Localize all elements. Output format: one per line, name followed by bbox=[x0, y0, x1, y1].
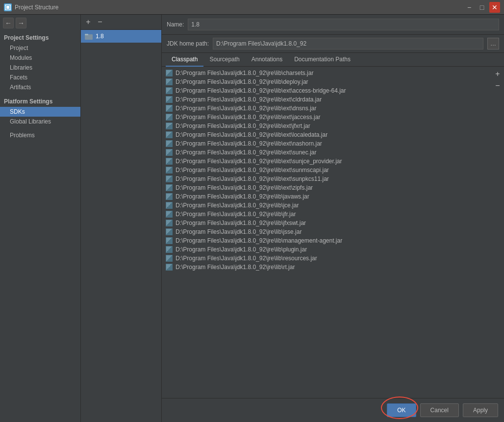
classpath-entry[interactable]: D:\Program Files\Java\jdk1.8.0_92\jre\li… bbox=[162, 130, 490, 139]
classpath-entry-path: D:\Program Files\Java\jdk1.8.0_92\jre\li… bbox=[176, 105, 316, 112]
sidebar-nav: ← → bbox=[0, 15, 80, 30]
platform-settings-label: Platform Settings bbox=[0, 96, 80, 107]
cancel-button[interactable]: Cancel bbox=[420, 403, 459, 417]
jar-icon bbox=[166, 70, 173, 76]
classpath-entry[interactable]: D:\Program Files\Java\jdk1.8.0_92\jre\li… bbox=[162, 122, 490, 130]
classpath-entry[interactable]: D:\Program Files\Java\jdk1.8.0_92\jre\li… bbox=[162, 104, 490, 113]
maximize-button[interactable]: □ bbox=[477, 2, 487, 13]
classpath-entry-path: D:\Program Files\Java\jdk1.8.0_92\jre\li… bbox=[176, 220, 306, 226]
name-input[interactable] bbox=[188, 19, 499, 30]
jar-icon bbox=[166, 131, 173, 138]
sidebar-item-modules[interactable]: Modules bbox=[0, 53, 80, 63]
jar-icon bbox=[166, 184, 173, 191]
classpath-entry-path: D:\Program Files\Java\jdk1.8.0_92\jre\li… bbox=[176, 167, 329, 174]
add-sdk-button[interactable]: + bbox=[83, 17, 94, 27]
window-title: Project Structure bbox=[15, 4, 58, 11]
right-panel: Name: JDK home path: … Classpath Sourcep… bbox=[162, 15, 504, 422]
sdk-item-1.8[interactable]: 1.8 bbox=[81, 30, 161, 43]
jar-icon bbox=[166, 237, 173, 244]
sidebar-item-problems[interactable]: Problems bbox=[0, 130, 80, 140]
jar-icon bbox=[166, 158, 173, 165]
sidebar: ← → Project Settings Project Modules Lib… bbox=[0, 15, 81, 422]
classpath-actions: + − bbox=[491, 67, 504, 93]
jar-icon bbox=[166, 140, 173, 147]
tab-documentation-paths[interactable]: Documentation Paths bbox=[288, 53, 356, 67]
classpath-entry-path: D:\Program Files\Java\jdk1.8.0_92\jre\li… bbox=[176, 140, 322, 147]
tab-annotations[interactable]: Annotations bbox=[246, 53, 288, 67]
jdk-path-input[interactable] bbox=[213, 38, 483, 50]
sidebar-item-libraries[interactable]: Libraries bbox=[0, 63, 80, 73]
classpath-entry-path: D:\Program Files\Java\jdk1.8.0_92\jre\li… bbox=[176, 193, 309, 200]
sidebar-item-sdks[interactable]: SDKs bbox=[0, 107, 80, 117]
main-container: ← → Project Settings Project Modules Lib… bbox=[0, 15, 504, 422]
classpath-entry[interactable]: D:\Program Files\Java\jdk1.8.0_92\jre\li… bbox=[162, 227, 490, 236]
classpath-entry[interactable]: D:\Program Files\Java\jdk1.8.0_92\jre\li… bbox=[162, 201, 490, 210]
jar-icon bbox=[166, 167, 173, 174]
bottom-bar: OK Cancel Apply bbox=[162, 398, 504, 422]
classpath-entry[interactable]: D:\Program Files\Java\jdk1.8.0_92\jre\li… bbox=[162, 139, 490, 148]
tab-classpath[interactable]: Classpath bbox=[166, 53, 203, 67]
jar-icon bbox=[166, 211, 173, 218]
back-button[interactable]: ← bbox=[3, 18, 14, 28]
window-controls: − □ ✕ bbox=[464, 2, 500, 13]
minimize-button[interactable]: − bbox=[464, 2, 475, 13]
classpath-entry[interactable]: D:\Program Files\Java\jdk1.8.0_92\jre\li… bbox=[162, 86, 490, 95]
classpath-entry[interactable]: D:\Program Files\Java\jdk1.8.0_92\jre\li… bbox=[162, 192, 490, 201]
forward-button[interactable]: → bbox=[16, 18, 26, 28]
remove-entry-button[interactable]: − bbox=[492, 80, 503, 91]
sidebar-item-global-libraries[interactable]: Global Libraries bbox=[0, 117, 80, 126]
classpath-entry[interactable]: D:\Program Files\Java\jdk1.8.0_92\jre\li… bbox=[162, 245, 490, 254]
sdk-list-toolbar: + − bbox=[81, 15, 161, 30]
app-icon bbox=[4, 3, 12, 11]
classpath-entry[interactable]: D:\Program Files\Java\jdk1.8.0_92\jre\li… bbox=[162, 183, 490, 192]
classpath-entry[interactable]: D:\Program Files\Java\jdk1.8.0_92\jre\li… bbox=[162, 77, 490, 86]
classpath-list: D:\Program Files\Java\jdk1.8.0_92\jre\li… bbox=[162, 67, 504, 273]
classpath-content: + − D:\Program Files\Java\jdk1.8.0_92\jr… bbox=[162, 67, 504, 398]
classpath-entry[interactable]: D:\Program Files\Java\jdk1.8.0_92\jre\li… bbox=[162, 69, 490, 77]
classpath-entry-path: D:\Program Files\Java\jdk1.8.0_92\jre\li… bbox=[176, 246, 307, 253]
sidebar-item-facets[interactable]: Facets bbox=[0, 73, 80, 82]
sdk-list-panel: + − 1.8 bbox=[81, 15, 162, 422]
classpath-entry[interactable]: D:\Program Files\Java\jdk1.8.0_92\jre\li… bbox=[162, 113, 490, 122]
classpath-entry[interactable]: D:\Program Files\Java\jdk1.8.0_92\jre\li… bbox=[162, 95, 490, 104]
sidebar-item-project[interactable]: Project bbox=[0, 43, 80, 53]
add-entry-button[interactable]: + bbox=[492, 69, 503, 79]
classpath-entry-path: D:\Program Files\Java\jdk1.8.0_92\jre\li… bbox=[176, 184, 313, 191]
sdk-item-label: 1.8 bbox=[96, 33, 104, 40]
ok-button[interactable]: OK bbox=[387, 403, 416, 417]
jdk-browse-button[interactable]: … bbox=[487, 38, 499, 50]
classpath-entry[interactable]: D:\Program Files\Java\jdk1.8.0_92\jre\li… bbox=[162, 157, 490, 166]
classpath-entry[interactable]: D:\Program Files\Java\jdk1.8.0_92\jre\li… bbox=[162, 148, 490, 157]
jar-icon bbox=[166, 149, 173, 156]
classpath-entry[interactable]: D:\Program Files\Java\jdk1.8.0_92\jre\li… bbox=[162, 236, 490, 245]
classpath-entry-path: D:\Program Files\Java\jdk1.8.0_92\jre\li… bbox=[176, 114, 320, 121]
jar-icon bbox=[166, 114, 173, 121]
close-button[interactable]: ✕ bbox=[489, 2, 500, 13]
jar-icon bbox=[166, 193, 173, 200]
classpath-entry[interactable]: D:\Program Files\Java\jdk1.8.0_92\jre\li… bbox=[162, 174, 490, 183]
jar-icon bbox=[166, 228, 173, 235]
jar-icon bbox=[166, 123, 173, 129]
classpath-entry[interactable]: D:\Program Files\Java\jdk1.8.0_92\jre\li… bbox=[162, 254, 490, 263]
classpath-entry-path: D:\Program Files\Java\jdk1.8.0_92\jre\li… bbox=[176, 158, 342, 165]
classpath-entry-path: D:\Program Files\Java\jdk1.8.0_92\jre\li… bbox=[176, 87, 346, 94]
title-bar: Project Structure − □ ✕ bbox=[0, 0, 504, 15]
jar-icon bbox=[166, 220, 173, 226]
jar-icon bbox=[166, 264, 173, 271]
classpath-entry[interactable]: D:\Program Files\Java\jdk1.8.0_92\jre\li… bbox=[162, 263, 490, 272]
classpath-entry-path: D:\Program Files\Java\jdk1.8.0_92\jre\li… bbox=[176, 96, 322, 103]
classpath-entry[interactable]: D:\Program Files\Java\jdk1.8.0_92\jre\li… bbox=[162, 219, 490, 227]
sidebar-item-artifacts[interactable]: Artifacts bbox=[0, 82, 80, 92]
classpath-entry[interactable]: D:\Program Files\Java\jdk1.8.0_92\jre\li… bbox=[162, 166, 490, 174]
name-row: Name: bbox=[162, 15, 504, 35]
classpath-entry-path: D:\Program Files\Java\jdk1.8.0_92\jre\li… bbox=[176, 211, 296, 218]
classpath-entry-path: D:\Program Files\Java\jdk1.8.0_92\jre\li… bbox=[176, 149, 316, 156]
classpath-entry-path: D:\Program Files\Java\jdk1.8.0_92\jre\li… bbox=[176, 202, 299, 209]
classpath-entry-path: D:\Program Files\Java\jdk1.8.0_92\jre\li… bbox=[176, 228, 302, 235]
jar-icon bbox=[166, 105, 173, 112]
remove-sdk-button[interactable]: − bbox=[95, 17, 105, 27]
classpath-entry[interactable]: D:\Program Files\Java\jdk1.8.0_92\jre\li… bbox=[162, 210, 490, 219]
jar-icon bbox=[166, 202, 173, 209]
apply-button[interactable]: Apply bbox=[463, 403, 498, 417]
tab-sourcepath[interactable]: Sourcepath bbox=[203, 53, 245, 67]
